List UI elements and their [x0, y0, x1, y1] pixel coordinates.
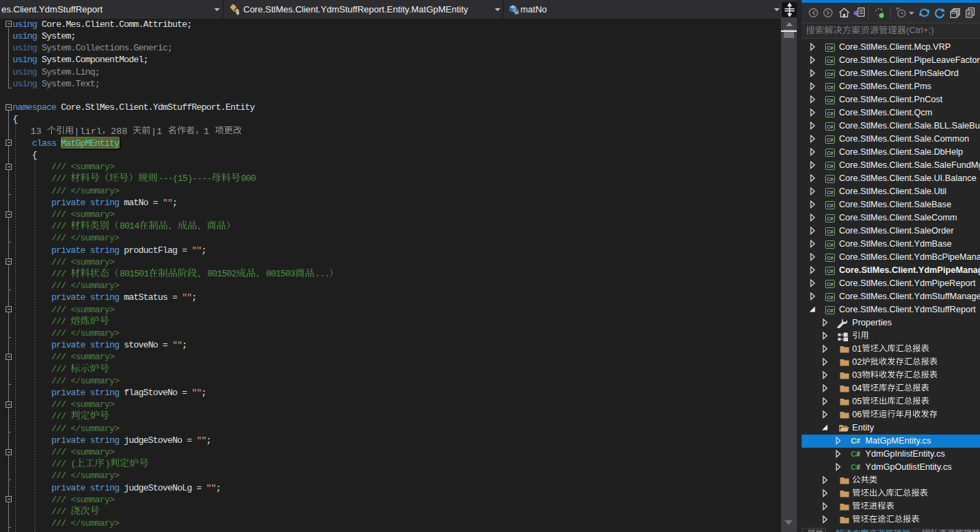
svg-text:C#: C#: [827, 57, 833, 64]
svg-text:C#: C#: [827, 228, 833, 234]
svg-text:C#: C#: [827, 294, 833, 300]
svg-text:C#: C#: [827, 189, 833, 195]
svg-text:C#: C#: [827, 110, 833, 116]
svg-text:#: #: [856, 464, 860, 471]
svg-text:C#: C#: [827, 267, 833, 274]
svg-text:C: C: [851, 450, 856, 458]
svg-text:C#: C#: [827, 136, 833, 142]
svg-text:C: C: [851, 463, 856, 471]
svg-text:C#: C#: [827, 70, 833, 77]
svg-text:C#: C#: [827, 307, 833, 313]
svg-text:C#: C#: [827, 254, 833, 260]
svg-text:C#: C#: [827, 175, 833, 182]
svg-text:C: C: [851, 437, 856, 445]
svg-text:C#: C#: [827, 84, 833, 90]
svg-text:C#: C#: [827, 281, 833, 287]
svg-text:C#: C#: [827, 202, 833, 208]
svg-text:C#: C#: [827, 123, 833, 129]
svg-text:#: #: [856, 437, 860, 445]
svg-text:C#: C#: [827, 241, 833, 247]
svg-text:C#: C#: [827, 215, 833, 221]
svg-text:C#: C#: [827, 162, 833, 169]
svg-text:C#: C#: [827, 149, 833, 155]
svg-text:C#: C#: [827, 44, 833, 50]
svg-text:C#: C#: [827, 97, 833, 103]
svg-text:#: #: [856, 450, 860, 458]
